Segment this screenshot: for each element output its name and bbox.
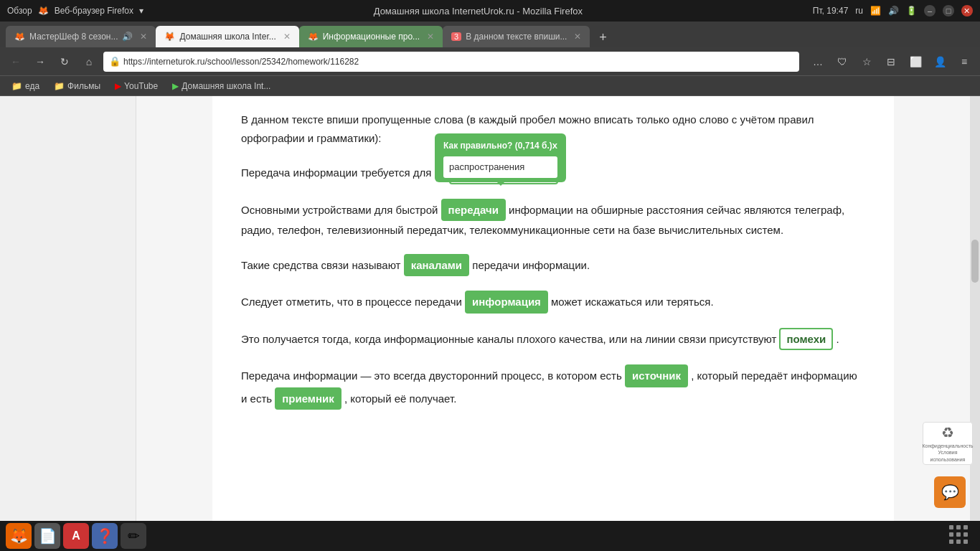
profile-button[interactable]: 👤 bbox=[930, 52, 950, 72]
tooltip-body: распространения bbox=[443, 156, 557, 178]
home-button[interactable]: ⌂ bbox=[79, 52, 99, 72]
more-button[interactable]: … bbox=[808, 52, 828, 72]
bookmark-filmy[interactable]: 📁 Фильмы bbox=[48, 80, 106, 93]
speaker-icon: 🔊 bbox=[122, 32, 133, 42]
taskbar-files[interactable]: 📄 bbox=[34, 523, 60, 549]
tab-close-masterchef[interactable]: ✕ bbox=[140, 32, 147, 42]
bookmark-eda[interactable]: 📁 еда bbox=[6, 80, 45, 93]
recaptcha-text: КонфиденциальностьУсловия использования bbox=[923, 443, 974, 462]
tab-icon-masterchef: 🦊 bbox=[14, 32, 25, 42]
navbar: ← → ↻ ⌂ 🔒 https://interneturok.ru/school… bbox=[0, 47, 980, 76]
bookmark-youtube-label: YouTube bbox=[124, 81, 158, 91]
grid-dot bbox=[963, 540, 968, 544]
shield-button[interactable]: 🛡 bbox=[832, 52, 852, 72]
p2-before: Передача информации требуется для её bbox=[241, 166, 446, 179]
bookmarks-bar: 📁 еда 📁 Фильмы ▶ YouTube ▶ Домашняя школ… bbox=[0, 76, 980, 96]
sidebar-toggle[interactable]: ⊟ bbox=[881, 52, 901, 72]
menu-button[interactable]: ≡ bbox=[954, 52, 974, 72]
left-sidebar bbox=[0, 96, 136, 521]
firefox-icon: 🦊 bbox=[38, 6, 49, 16]
p4-before: Такие средства связи называют bbox=[241, 259, 400, 271]
tab-label-domashkola: Домашняя школа Inter... bbox=[179, 32, 275, 42]
tab-label-masterchef: МастерШеф 8 сезон... bbox=[29, 32, 118, 42]
paragraph-3: Основными устройствами для быстрой перед… bbox=[241, 199, 865, 240]
tab-close-vdannom[interactable]: ✕ bbox=[574, 32, 581, 42]
close-button[interactable]: ✕ bbox=[961, 5, 973, 17]
tab-close-domashkola[interactable]: ✕ bbox=[283, 32, 291, 42]
new-tab-button[interactable]: + bbox=[593, 27, 613, 47]
folder-icon-filmy: 📁 bbox=[54, 81, 65, 91]
appstore-taskbar-icon: A bbox=[72, 529, 80, 542]
help-taskbar-icon: ❓ bbox=[96, 527, 114, 545]
bookmark-star-button[interactable]: ☆ bbox=[857, 52, 877, 72]
play-icon-domash: ▶ bbox=[172, 81, 179, 91]
bookmark-filmy-label: Фильмы bbox=[67, 81, 100, 91]
files-taskbar-icon: 📄 bbox=[39, 527, 57, 545]
folder-icon: 📁 bbox=[11, 81, 22, 91]
wifi-icon: 📶 bbox=[870, 6, 881, 16]
taskbar-firefox[interactable]: 🦊 bbox=[6, 523, 32, 549]
tooltip-title-text: Как правильно? (0,714 б.) bbox=[443, 138, 552, 153]
grid-dot bbox=[963, 525, 968, 529]
reload-button[interactable]: ↻ bbox=[55, 52, 75, 72]
editor-taskbar-icon: ✏ bbox=[128, 527, 140, 545]
tab-info[interactable]: 🦊 Информационные про... ✕ bbox=[299, 26, 443, 47]
taskbar-editor[interactable]: ✏ bbox=[121, 523, 146, 549]
nav-right: … 🛡 ☆ ⊟ ⬜ 👤 ≡ bbox=[808, 52, 974, 72]
dropdown-icon[interactable]: ▾ bbox=[139, 6, 143, 16]
grid-dot bbox=[949, 525, 953, 529]
restore-button[interactable]: □ bbox=[943, 5, 954, 17]
p6-before: Это получается тогда, когда информационн… bbox=[241, 333, 776, 345]
grid-dot bbox=[949, 540, 953, 544]
p7-answer2: приемник bbox=[275, 387, 341, 410]
titlebar-left: Обзор 🦊 Веб-браузер Firefox ▾ bbox=[7, 6, 143, 16]
chat-icon: 💬 bbox=[941, 484, 959, 501]
page-content: Как правильно? (0,714 б.) x распростране… bbox=[212, 96, 894, 521]
back-button[interactable]: ← bbox=[6, 52, 26, 72]
bookmark-domash[interactable]: ▶ Домашняя школа Int... bbox=[166, 80, 276, 93]
tab-close-info[interactable]: ✕ bbox=[427, 32, 434, 42]
p4-answer: каналами bbox=[404, 254, 469, 277]
bookmark-youtube[interactable]: ▶ YouTube bbox=[109, 80, 164, 93]
titlebar-controls[interactable]: Пт, 19:47 ru 📶 🔊 🔋 – □ ✕ bbox=[813, 5, 973, 17]
tablet-button[interactable]: ⬜ bbox=[905, 52, 925, 72]
p6-answer: помехи bbox=[779, 328, 833, 351]
p4-after: передачи информации. bbox=[472, 259, 590, 271]
p5-answer: информация bbox=[465, 291, 548, 314]
titlebar: Обзор 🦊 Веб-браузер Firefox ▾ Домашняя ш… bbox=[0, 0, 980, 22]
tab-masterchef[interactable]: 🦊 МастерШеф 8 сезон... 🔊 ✕ bbox=[6, 26, 156, 47]
overview-label: Обзор bbox=[7, 6, 32, 16]
volume-icon: 🔊 bbox=[888, 6, 899, 16]
app-grid-button[interactable] bbox=[948, 524, 971, 547]
p7-after: , который её получает. bbox=[344, 392, 456, 405]
chat-button[interactable]: 💬 bbox=[934, 476, 966, 508]
forward-button[interactable]: → bbox=[30, 52, 50, 72]
scrollbar-thumb[interactable] bbox=[971, 240, 979, 283]
battery-icon: 🔋 bbox=[906, 6, 917, 16]
lang-indicator: ru bbox=[855, 6, 863, 16]
taskbar: 🦊 📄 A ❓ ✏ bbox=[0, 521, 980, 551]
tab-vdannom[interactable]: 3 В данном тексте впиши... ✕ bbox=[443, 26, 590, 47]
grid-dot bbox=[956, 540, 961, 544]
taskbar-appstore[interactable]: A bbox=[63, 523, 89, 549]
tab-number-vdannom: 3 bbox=[451, 32, 461, 41]
time-display: Пт, 19:47 bbox=[813, 6, 849, 16]
p3-before: Основными устройствами для быстрой bbox=[241, 204, 438, 216]
address-bar[interactable]: 🔒 https://interneturok.ru/school/lesson/… bbox=[103, 52, 799, 72]
content-wrapper: Как правильно? (0,714 б.) x распростране… bbox=[0, 96, 980, 521]
paragraph-5: Следует отметить, что в процессе передач… bbox=[241, 291, 865, 314]
tab-bar: 🦊 МастерШеф 8 сезон... 🔊 ✕ 🦊 Домашняя шк… bbox=[0, 22, 980, 47]
grid-dot bbox=[963, 532, 968, 537]
recaptcha-box: ♻ КонфиденциальностьУсловия использовани… bbox=[923, 422, 973, 465]
p6-after: . bbox=[837, 333, 839, 345]
tab-label-vdannom: В данном тексте впиши... bbox=[466, 32, 567, 42]
tab-icon-domashkola: 🦊 bbox=[164, 32, 175, 42]
minimize-button[interactable]: – bbox=[924, 5, 936, 17]
p3-answer: передачи bbox=[441, 199, 506, 222]
taskbar-help[interactable]: ❓ bbox=[92, 523, 118, 549]
tab-domashkola[interactable]: 🦊 Домашняя школа Inter... ✕ bbox=[156, 26, 298, 47]
tooltip-close-button[interactable]: x bbox=[552, 138, 557, 154]
paragraph-7: Передача информации — это всегда двустор… bbox=[241, 364, 865, 410]
p5-before: Следует отметить, что в процессе передач… bbox=[241, 296, 462, 308]
paragraph-6: Это получается тогда, когда информационн… bbox=[241, 328, 865, 351]
